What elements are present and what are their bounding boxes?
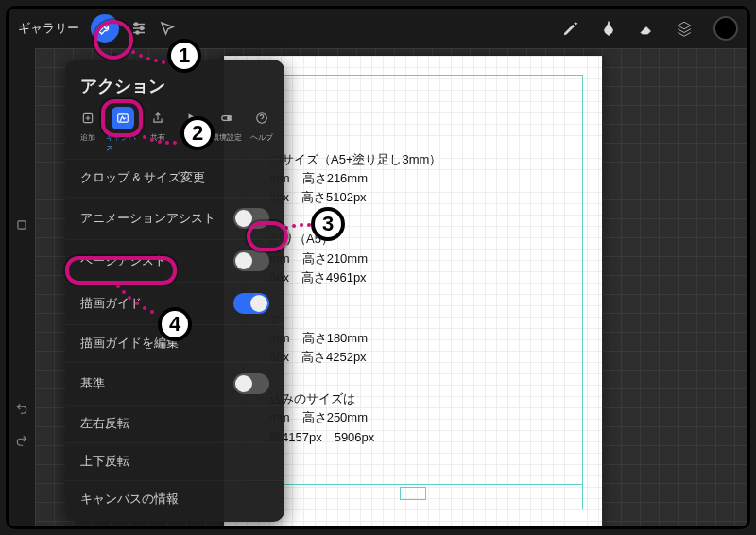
- svg-point-9: [131, 50, 135, 54]
- doc-line: 6px 高さ4961px: [269, 268, 574, 287]
- menu-label: 上下反転: [80, 454, 129, 470]
- svg-point-13: [162, 60, 165, 64]
- svg-point-11: [146, 57, 150, 60]
- svg-point-19: [173, 141, 177, 145]
- doc-line: のサイズ（A5+塗り足し3mm）: [269, 150, 574, 169]
- svg-point-26: [128, 296, 131, 300]
- annotation-ring-4: [65, 256, 177, 285]
- toggle-page-assist[interactable]: [233, 250, 269, 271]
- menu-flip-v[interactable]: 上下反転: [65, 442, 284, 480]
- svg-point-2: [136, 31, 139, 34]
- doc-line: mm 高さ250mm: [269, 408, 574, 427]
- svg-point-15: [143, 135, 146, 139]
- tab-label: 環境設定: [212, 132, 242, 143]
- layers-icon[interactable]: [676, 20, 693, 37]
- doc-line: mm 高さ216mm: [269, 169, 574, 188]
- annotation-ring-1: [94, 20, 133, 60]
- svg-rect-3: [18, 221, 26, 229]
- menu-canvas-info[interactable]: キャンバスの情報: [65, 480, 284, 518]
- undo-icon[interactable]: [15, 402, 28, 415]
- svg-point-10: [139, 54, 143, 58]
- menu-reference[interactable]: 基準: [65, 362, 284, 405]
- menu-crop-resize[interactable]: クロップ & サイズ変更: [65, 159, 284, 197]
- smudge-icon[interactable]: [600, 20, 617, 37]
- tab-help[interactable]: ヘルプ: [245, 107, 279, 153]
- svg-point-12: [154, 59, 158, 62]
- eraser-icon[interactable]: [638, 20, 655, 37]
- callout-2: 2: [180, 116, 215, 150]
- svg-point-29: [150, 310, 154, 314]
- doc-line: mm 高さ210mm: [269, 250, 574, 268]
- svg-point-18: [165, 141, 169, 145]
- toggle-draw-guide[interactable]: [233, 293, 269, 314]
- menu-label: 基準: [80, 376, 105, 392]
- svg-point-25: [122, 290, 126, 294]
- redo-icon[interactable]: [15, 434, 28, 447]
- color-picker[interactable]: [713, 16, 738, 41]
- doc-line: 6px 高さ4252px: [269, 348, 574, 367]
- annotation-ring-3: [247, 221, 288, 251]
- callout-1: 1: [167, 39, 201, 73]
- menu-label: キャンバスの情報: [80, 492, 179, 508]
- svg-point-17: [158, 140, 162, 144]
- svg-point-0: [135, 23, 138, 26]
- page-text: のサイズ（A5+塗り足し3mm） mm 高さ216mm 8px 高さ5102px…: [269, 150, 574, 470]
- tab-label: ヘルプ: [250, 132, 273, 143]
- panel-title: アクション: [65, 71, 284, 107]
- tab-add[interactable]: 追加: [71, 107, 105, 153]
- brush-icon[interactable]: [562, 20, 579, 37]
- annotation-ring-2: [101, 99, 143, 137]
- doc-line: 幅4157px 5906px: [269, 428, 574, 447]
- doc-line: ク: [269, 310, 574, 329]
- menu-label: アニメーションアシスト: [80, 211, 215, 227]
- gallery-link[interactable]: ギャラリー: [18, 20, 79, 37]
- svg-point-27: [135, 302, 139, 305]
- callout-3: 3: [311, 207, 345, 241]
- tab-prefs[interactable]: 環境設定: [210, 107, 244, 153]
- doc-line: 8px 高さ5102px: [269, 188, 574, 207]
- callout-4: 4: [158, 307, 192, 341]
- menu-flip-h[interactable]: 左右反転: [65, 405, 284, 442]
- modify-icon[interactable]: [15, 218, 28, 232]
- svg-point-21: [292, 224, 296, 228]
- selection-icon[interactable]: [159, 20, 176, 37]
- toggle-reference[interactable]: [233, 373, 269, 394]
- menu-label: 左右反転: [80, 416, 129, 432]
- svg-point-22: [300, 223, 303, 227]
- svg-point-1: [141, 27, 144, 30]
- menu-label: クロップ & サイズ変更: [80, 170, 205, 186]
- left-sidebar: [9, 48, 35, 526]
- menu-label: 描画ガイドを編集: [80, 336, 179, 352]
- svg-point-7: [228, 116, 232, 120]
- svg-point-24: [116, 285, 120, 288]
- doc-line: mm 高さ180mm: [269, 329, 574, 348]
- svg-point-16: [150, 138, 154, 142]
- svg-point-28: [143, 306, 146, 310]
- doc-line: 込みのサイズは: [269, 389, 574, 408]
- tab-label: 追加: [80, 132, 95, 143]
- adjustments-icon[interactable]: [130, 20, 147, 37]
